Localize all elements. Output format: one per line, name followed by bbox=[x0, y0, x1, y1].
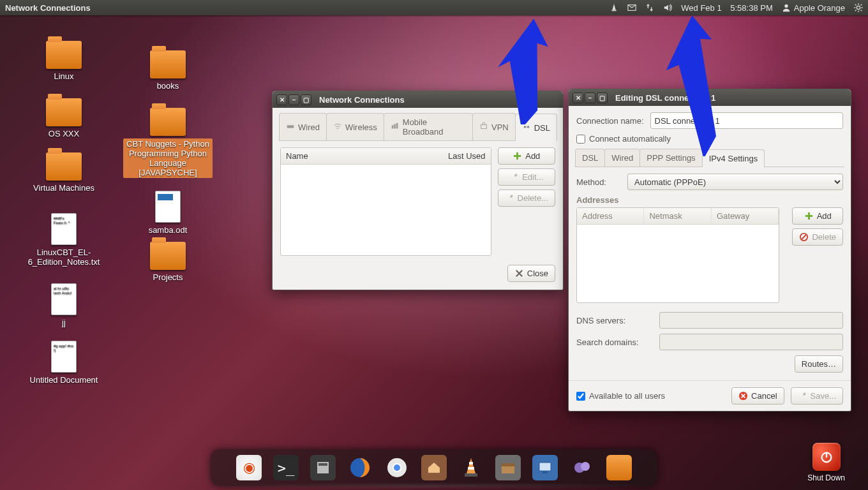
tab-wired[interactable]: Wired bbox=[279, 113, 327, 140]
connections-list[interactable]: Name Last Used bbox=[280, 147, 491, 256]
close-window-button[interactable]: ✕ bbox=[276, 94, 287, 105]
dock-firefox-icon[interactable] bbox=[347, 455, 373, 480]
maximize-window-button[interactable]: ▢ bbox=[597, 93, 608, 103]
vlc-indicator-icon[interactable] bbox=[610, 3, 618, 12]
dock-pidgin-icon[interactable] bbox=[569, 455, 595, 480]
window-title: Editing DSL connection 1 bbox=[615, 93, 715, 103]
session-gear-icon[interactable] bbox=[854, 3, 863, 12]
save-button[interactable]: Save... bbox=[791, 387, 843, 405]
clock[interactable]: Wed Feb 1 5:58:38 PM bbox=[681, 3, 772, 13]
desktop-icon[interactable]: OS XXX bbox=[19, 98, 108, 138]
addr-col[interactable]: Address bbox=[577, 208, 644, 224]
user-menu[interactable]: Apple Orange bbox=[782, 3, 845, 13]
folder-icon bbox=[46, 41, 82, 69]
svg-point-3 bbox=[784, 4, 788, 8]
svg-rect-38 bbox=[468, 467, 474, 470]
svg-rect-39 bbox=[465, 473, 477, 477]
col-last-used[interactable]: Last Used bbox=[433, 148, 491, 164]
power-icon bbox=[812, 443, 841, 471]
tab-ipv4-settings[interactable]: IPv4 Settings bbox=[702, 149, 765, 167]
svg-rect-24 bbox=[805, 215, 812, 217]
titlebar[interactable]: ✕ – ▢ Editing DSL connection 1 bbox=[569, 89, 851, 106]
tab-dsl[interactable]: DSL bbox=[515, 114, 557, 141]
addresses-table[interactable]: AddressNetmaskGateway bbox=[576, 207, 779, 303]
tab-icon bbox=[391, 122, 400, 133]
tab-icon bbox=[333, 122, 342, 133]
col-name[interactable]: Name bbox=[281, 148, 433, 164]
svg-point-4 bbox=[857, 6, 860, 9]
dock-chrome-icon[interactable] bbox=[384, 455, 410, 480]
tab-wireless[interactable]: Wireless bbox=[326, 113, 384, 140]
desktop-icon[interactable]: books bbox=[123, 50, 213, 91]
search-domains-input bbox=[659, 334, 843, 350]
addresses-legend: Addresses bbox=[576, 195, 618, 207]
icon-label: Virtual Machines bbox=[33, 183, 94, 193]
tab-mobile-broadband[interactable]: Mobile Broadband bbox=[384, 113, 473, 140]
dsl-settings-tabs: DSLWiredPPP SettingsIPv4 Settings bbox=[575, 149, 844, 167]
tab-wired[interactable]: Wired bbox=[604, 149, 640, 167]
dock-vlc-icon[interactable] bbox=[458, 455, 484, 480]
tab-vpn[interactable]: VPN bbox=[472, 113, 516, 140]
dock-calculator-icon[interactable] bbox=[310, 455, 336, 480]
addr-col[interactable]: Gateway bbox=[712, 208, 779, 224]
folder-icon bbox=[150, 108, 186, 136]
dock-folder-icon[interactable] bbox=[606, 455, 632, 480]
cancel-button[interactable]: Cancel bbox=[731, 387, 784, 405]
close-window-button[interactable]: ✕ bbox=[572, 93, 583, 103]
addr-add-button[interactable]: Add bbox=[792, 207, 843, 225]
network-indicator-icon[interactable] bbox=[645, 3, 654, 12]
svg-rect-37 bbox=[469, 462, 473, 464]
tab-dsl[interactable]: DSL bbox=[575, 149, 605, 167]
desktop-icon[interactable]: samba.odt bbox=[123, 191, 213, 235]
svg-point-19 bbox=[527, 126, 530, 128]
mail-indicator-icon[interactable] bbox=[627, 3, 636, 12]
svg-rect-31 bbox=[318, 463, 327, 466]
desktop-icon[interactable]: al hr offic tech Anduljj bbox=[19, 283, 108, 327]
svg-rect-17 bbox=[481, 124, 487, 128]
desktop-icon[interactable]: Virtual Machines bbox=[19, 152, 108, 193]
routes-button[interactable]: Routes… bbox=[795, 355, 843, 373]
addr-col[interactable]: Netmask bbox=[644, 208, 711, 224]
close-button[interactable]: Close bbox=[507, 265, 555, 282]
available-all-label: Available to all users bbox=[589, 391, 665, 401]
addr-delete-button[interactable]: Delete bbox=[792, 228, 843, 246]
desktop-icon[interactable]: Linux bbox=[19, 41, 108, 81]
document-icon bbox=[155, 191, 181, 223]
tab-ppp-settings[interactable]: PPP Settings bbox=[640, 149, 702, 167]
edit-button[interactable]: Edit... bbox=[498, 168, 555, 186]
tab-icon bbox=[286, 122, 295, 133]
minimize-window-button[interactable]: – bbox=[585, 93, 595, 103]
conn-name-input[interactable] bbox=[650, 112, 843, 129]
desktop-icon[interactable]: CBT Nuggets - Python Programming Python … bbox=[123, 108, 213, 178]
available-all-checkbox[interactable] bbox=[576, 392, 585, 401]
titlebar[interactable]: ✕ – ▢ Network Connections bbox=[273, 91, 563, 108]
dock-reflection bbox=[204, 482, 664, 490]
minimize-window-button[interactable]: – bbox=[288, 94, 299, 105]
add-button[interactable]: Add bbox=[498, 147, 555, 165]
volume-indicator-icon[interactable] bbox=[663, 3, 672, 12]
shutdown-launcher[interactable]: Shut Down bbox=[807, 443, 845, 482]
svg-rect-16 bbox=[396, 122, 398, 128]
plus-icon bbox=[513, 151, 522, 161]
dock-archive-icon[interactable] bbox=[495, 455, 521, 480]
svg-rect-42 bbox=[539, 463, 551, 471]
tab-icon bbox=[479, 122, 488, 133]
dock: ◉ >_ bbox=[211, 449, 657, 486]
icon-label: Linux bbox=[54, 71, 73, 81]
dock-terminal-icon[interactable]: >_ bbox=[273, 455, 299, 480]
desktop-icon[interactable]: ###Fs Featu li: *LinuxCBT_EL-6_Edition_N… bbox=[19, 213, 108, 267]
connection-type-tabs: WiredWirelessMobile BroadbandVPNDSL bbox=[279, 113, 557, 141]
desktop-icon[interactable]: #g app! #ns !]Untitled Document bbox=[19, 341, 108, 385]
dock-home-icon[interactable] bbox=[421, 455, 447, 480]
connect-auto-checkbox[interactable] bbox=[576, 135, 585, 144]
dock-ubuntu-icon[interactable]: ◉ bbox=[236, 455, 262, 480]
icon-label: OS XXX bbox=[49, 129, 79, 138]
method-select[interactable]: Automatic (PPPoE) bbox=[627, 174, 843, 190]
maximize-window-button[interactable]: ▢ bbox=[301, 94, 311, 105]
delete-button[interactable]: Delete... bbox=[498, 189, 555, 207]
dns-input bbox=[659, 312, 843, 329]
svg-point-45 bbox=[581, 462, 590, 471]
dock-vm-icon[interactable] bbox=[532, 455, 558, 480]
icon-label: Untitled Document bbox=[30, 375, 98, 385]
desktop-icon[interactable]: Projects bbox=[123, 242, 213, 282]
